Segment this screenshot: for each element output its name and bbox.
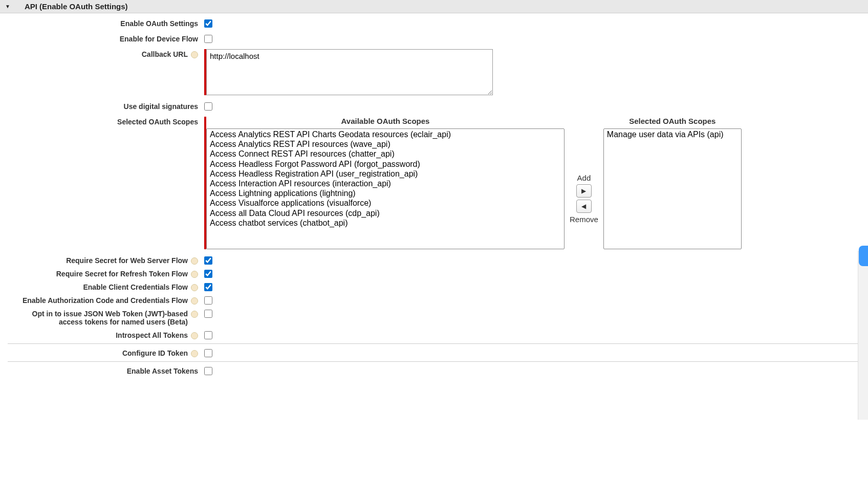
scope-option[interactable]: Access Headless Forgot Password API (for… (208, 160, 563, 169)
label-require-secret-refresh: Require Secret for Refresh Token Flow (56, 270, 188, 278)
scope-option[interactable]: Manage user data via APIs (api) (605, 130, 740, 140)
remove-label: Remove (570, 215, 598, 224)
help-icon[interactable] (191, 332, 198, 339)
scope-option[interactable]: Access Interaction API resources (intera… (208, 179, 563, 189)
oauth-form: Enable OAuth Settings Enable for Device … (0, 13, 868, 339)
help-icon[interactable] (191, 51, 198, 58)
scope-option[interactable]: Access Connect REST API resources (chatt… (208, 149, 563, 159)
help-icon[interactable] (191, 297, 198, 305)
checkbox-enable-auth-code-creds[interactable] (204, 296, 212, 305)
label-jwt-named-users: Opt in to issue JSON Web Token (JWT)-bas… (14, 310, 188, 326)
triangle-left-icon: ◀ (581, 203, 586, 210)
available-scopes-title: Available OAuth Scopes (341, 117, 430, 125)
label-callback-url: Callback URL (142, 50, 188, 58)
scope-option[interactable]: Access Analytics REST API Charts Geodata… (208, 130, 563, 140)
scope-option[interactable]: Access Visualforce applications (visualf… (208, 199, 563, 208)
section-header: ▼ API (Enable OAuth Settings) (0, 0, 868, 13)
label-enable-client-credentials: Enable Client Credentials Flow (83, 283, 188, 291)
collapse-caret-icon[interactable]: ▼ (5, 4, 10, 9)
label-enable-auth-code-creds: Enable Authorization Code and Credential… (23, 296, 188, 305)
scope-option[interactable]: Access all Data Cloud API resources (cdp… (208, 209, 563, 219)
divider (8, 343, 860, 344)
scope-option[interactable]: Access Lightning applications (lightning… (208, 189, 563, 199)
scope-option[interactable]: Access Analytics REST API resources (wav… (208, 140, 563, 149)
scope-option[interactable]: Access chatbot services (chatbot_api) (208, 219, 563, 228)
label-use-digital-signatures: Use digital signatures (8, 101, 202, 111)
selected-scopes-listbox[interactable]: Manage user data via APIs (api) (603, 128, 742, 249)
section-title: API (Enable OAuth Settings) (25, 2, 128, 11)
label-introspect-all-tokens: Introspect All Tokens (116, 331, 188, 339)
add-scope-button[interactable]: ▶ (576, 184, 592, 198)
available-scopes-listbox[interactable]: Access Analytics REST API Charts Geodata… (206, 128, 565, 249)
checkbox-require-secret-web[interactable] (204, 256, 212, 265)
label-require-secret-web: Require Secret for Web Server Flow (66, 256, 188, 265)
selected-scopes-title: Selected OAuth Scopes (629, 117, 715, 125)
checkbox-use-digital-signatures[interactable] (204, 102, 212, 111)
help-icon[interactable] (191, 271, 198, 278)
add-label: Add (577, 174, 591, 182)
side-scrollbar[interactable] (858, 251, 868, 379)
label-enable-asset-tokens: Enable Asset Tokens (8, 366, 202, 375)
callback-url-input[interactable] (206, 49, 493, 95)
divider (8, 361, 860, 362)
triangle-right-icon: ▶ (581, 187, 586, 194)
help-icon[interactable] (191, 257, 198, 265)
help-icon[interactable] (191, 284, 198, 291)
scope-option[interactable]: Access Headless Registration API (user_r… (208, 169, 563, 179)
help-icon[interactable] (191, 311, 198, 318)
checkbox-jwt-named-users[interactable] (204, 310, 212, 318)
label-enable-oauth: Enable OAuth Settings (8, 18, 202, 28)
help-icon[interactable] (191, 350, 198, 357)
checkbox-enable-client-credentials[interactable] (204, 283, 212, 291)
label-enable-device-flow: Enable for Device Flow (8, 34, 202, 43)
checkbox-enable-oauth[interactable] (204, 19, 212, 28)
checkbox-introspect-all-tokens[interactable] (204, 331, 212, 339)
checkbox-enable-asset-tokens[interactable] (204, 367, 212, 375)
label-selected-oauth-scopes: Selected OAuth Scopes (8, 117, 202, 126)
scrollbar-thumb[interactable] (859, 246, 868, 266)
label-configure-id-token: Configure ID Token (122, 349, 188, 357)
remove-scope-button[interactable]: ◀ (576, 200, 592, 213)
checkbox-require-secret-refresh[interactable] (204, 270, 212, 278)
checkbox-configure-id-token[interactable] (204, 349, 212, 357)
checkbox-enable-device-flow[interactable] (204, 35, 212, 43)
